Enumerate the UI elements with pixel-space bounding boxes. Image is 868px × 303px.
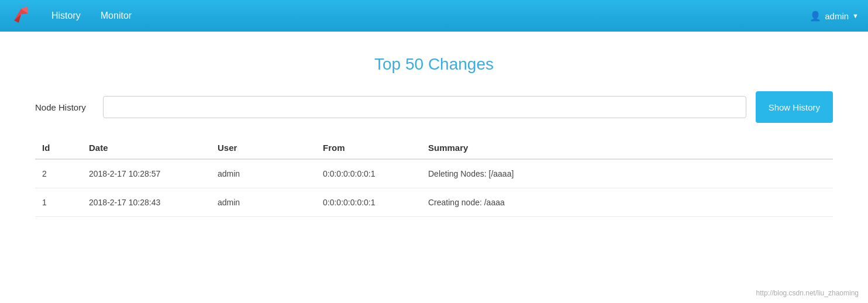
show-history-button[interactable]: Show History <box>756 91 833 123</box>
navbar: History Monitor 👤 admin ▼ <box>0 0 868 32</box>
search-label: Node History <box>35 102 94 112</box>
node-history-input[interactable] <box>103 96 746 118</box>
main-content: Top 50 Changes Node History Show History… <box>0 32 868 229</box>
cell-user: admin <box>211 188 316 217</box>
nav-item-monitor[interactable]: Monitor <box>94 7 139 25</box>
chevron-down-icon: ▼ <box>852 12 859 19</box>
cell-user: admin <box>211 159 316 188</box>
user-name-label: admin <box>825 11 849 21</box>
brand-logo <box>9 4 33 27</box>
nav-item-history[interactable]: History <box>44 7 88 25</box>
cell-from: 0:0:0:0:0:0:0:1 <box>316 188 421 217</box>
cell-id: 2 <box>35 159 82 188</box>
cell-summary: Creating node: /aaaa <box>421 188 833 217</box>
col-header-user: User <box>211 137 316 159</box>
col-header-id: Id <box>35 137 82 159</box>
search-bar: Node History Show History <box>35 91 833 123</box>
cell-from: 0:0:0:0:0:0:0:1 <box>316 159 421 188</box>
page-title: Top 50 Changes <box>35 55 833 74</box>
bird-icon <box>9 4 33 27</box>
table-row: 22018-2-17 10:28:57admin0:0:0:0:0:0:0:1D… <box>35 159 833 188</box>
history-table: Id Date User From Summary 22018-2-17 10:… <box>35 137 833 217</box>
table-body: 22018-2-17 10:28:57admin0:0:0:0:0:0:0:1D… <box>35 159 833 217</box>
user-menu[interactable]: 👤 admin ▼ <box>810 11 859 22</box>
watermark: http://blog.csdn.net/liu_zhaoming <box>756 289 859 297</box>
cell-date: 2018-2-17 10:28:57 <box>82 159 211 188</box>
nav-items: History Monitor <box>44 7 810 25</box>
col-header-date: Date <box>82 137 211 159</box>
col-header-from: From <box>316 137 421 159</box>
user-icon: 👤 <box>810 11 821 22</box>
table-header-row: Id Date User From Summary <box>35 137 833 159</box>
table-row: 12018-2-17 10:28:43admin0:0:0:0:0:0:0:1C… <box>35 188 833 217</box>
cell-date: 2018-2-17 10:28:43 <box>82 188 211 217</box>
cell-summary: Deleting Nodes: [/aaaa] <box>421 159 833 188</box>
cell-id: 1 <box>35 188 82 217</box>
col-header-summary: Summary <box>421 137 833 159</box>
